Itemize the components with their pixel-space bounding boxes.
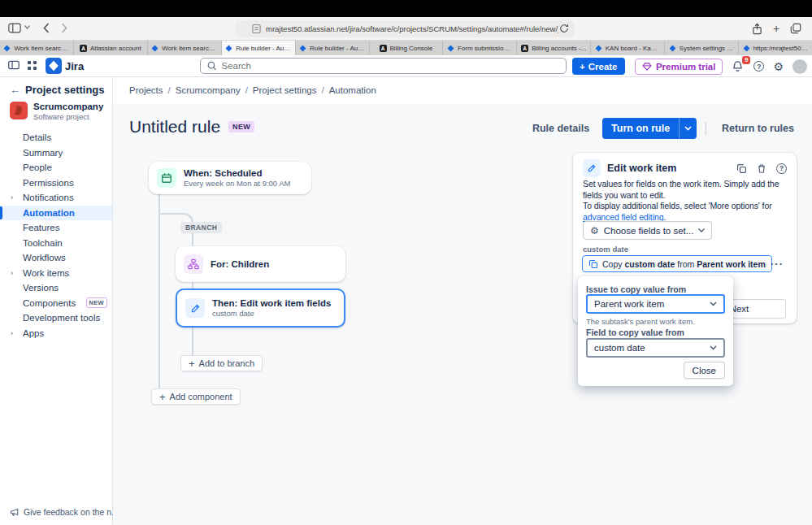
branch-label: BRANCH (180, 222, 222, 233)
browser-tab[interactable]: Rule builder - Aut... (296, 41, 370, 55)
browser-tab[interactable]: https:/mrajtest50.... (739, 41, 812, 55)
sidebar-item-toolchain[interactable]: Toolchain (0, 236, 112, 251)
delete-trash-icon[interactable] (757, 163, 766, 174)
breadcrumb-projects[interactable]: Projects (129, 85, 163, 95)
address-bar[interactable]: mrajtest50.atlassian.net/jira/software/c… (236, 20, 575, 37)
jira-tab-icon (447, 45, 454, 52)
add-component-button[interactable]: +Add component (151, 388, 241, 405)
macos-menu-bar (0, 0, 812, 17)
browser-toolbar: mrajtest50.atlassian.net/jira/software/c… (0, 17, 812, 41)
browser-sidebar-icon[interactable] (8, 23, 21, 33)
browser-tab[interactable]: AAtlassian account (74, 41, 148, 55)
chevron-right-icon: › (11, 269, 13, 277)
project-header: Scrumcompany Software project (10, 102, 103, 121)
new-tab-icon[interactable]: + (773, 22, 779, 35)
jira-tab-icon (669, 45, 676, 52)
sidebar-item-details[interactable]: Details (0, 130, 112, 145)
browser-tab[interactable]: ABilling accounts -... (517, 41, 591, 55)
project-avatar (10, 102, 28, 119)
choose-fields-dropdown[interactable]: ⚙ Choose fields to set... (583, 221, 712, 240)
jira-logo[interactable] (46, 58, 62, 74)
sidebar-item-people[interactable]: People (0, 160, 112, 176)
return-to-rules-button[interactable]: Return to rules (715, 119, 801, 137)
share-icon[interactable] (752, 23, 762, 35)
sidebar-item-workflows[interactable]: Workflows (0, 250, 112, 266)
back-button[interactable] (43, 23, 50, 33)
sidebar-item-development-tools[interactable]: Development tools (0, 310, 112, 326)
new-badge: NEW (86, 297, 107, 308)
sidebar-item-features[interactable]: Features (0, 220, 112, 236)
notifications-bell-icon[interactable]: 9 (732, 60, 745, 73)
trigger-card[interactable]: When: Scheduled Every week on Mon at 9:0… (149, 162, 311, 194)
tab-overview-icon[interactable] (790, 23, 801, 34)
url-text: mrajtest50.atlassian.net/jira/software/c… (266, 24, 558, 33)
more-options-icon[interactable]: ··· (771, 255, 784, 272)
issue-to-copy-select[interactable]: Parent work item (586, 294, 725, 314)
forward-button[interactable] (61, 23, 67, 33)
plus-icon: + (159, 392, 166, 402)
sidebar-item-automation[interactable]: Automation (0, 206, 112, 221)
global-search[interactable] (200, 58, 567, 74)
settings-gear-icon[interactable]: ⚙ (773, 61, 784, 72)
panel-title: Edit work item (607, 163, 676, 174)
premium-trial-button[interactable]: Premium trial (635, 59, 723, 75)
back-arrow-icon[interactable]: ← (10, 84, 20, 96)
sidebar-item-work-items[interactable]: ›Work items (0, 266, 112, 281)
app-name: Jira (65, 60, 84, 72)
copy-icon (588, 259, 598, 269)
calendar-icon (157, 168, 176, 188)
breadcrumb-project[interactable]: Scrumcompany (176, 85, 241, 95)
breadcrumb-settings[interactable]: Project settings (253, 85, 317, 95)
sidebar-item-summary[interactable]: Summary (0, 145, 112, 161)
field-to-copy-select[interactable]: custom date (586, 338, 725, 358)
screen: mrajtest50.atlassian.net/jira/software/c… (0, 0, 812, 525)
collapse-sidebar-icon[interactable] (8, 60, 20, 70)
rule-title[interactable]: Untitled rule (129, 117, 220, 137)
diamond-icon (642, 62, 652, 72)
browser-tab-bar: Work item search... AAtlassian account W… (0, 41, 812, 55)
action-card[interactable]: Then: Edit work item fields custom date (176, 289, 345, 328)
advanced-field-editing-link[interactable]: advanced field editing (583, 212, 663, 222)
atlassian-tab-icon: A (80, 45, 87, 52)
search-input[interactable] (222, 61, 559, 71)
sidebar-item-versions[interactable]: Versions (0, 280, 112, 296)
sidebar-item-apps[interactable]: ›Apps (0, 326, 112, 341)
turn-on-rule-button[interactable]: Turn on rule (602, 118, 697, 139)
jira-tab-icon (225, 45, 232, 52)
sidebar-title: Project settings (25, 84, 105, 96)
atlassian-tab-icon: A (521, 45, 528, 52)
field-to-copy-label: Field to copy value from (586, 328, 684, 337)
give-feedback-button[interactable]: Give feedback on the n... (10, 507, 119, 517)
help-icon[interactable]: ? (776, 163, 787, 174)
plus-icon: + (189, 358, 195, 369)
close-button[interactable]: Close (684, 362, 725, 379)
copy-value-chip[interactable]: Copy custom date from Parent work item (582, 255, 772, 272)
sidebar-item-notifications[interactable]: ›Notifications (0, 190, 112, 206)
chevron-down-icon[interactable] (24, 25, 30, 29)
browser-tab[interactable]: KAN board - Kanb... (591, 41, 665, 55)
turn-on-rule-dropdown[interactable] (679, 118, 697, 139)
browser-tab[interactable]: Form submission -... (443, 41, 517, 55)
duplicate-icon[interactable] (736, 163, 747, 174)
reload-icon[interactable] (559, 24, 569, 33)
create-button[interactable]: +Create (572, 58, 625, 75)
rule-details-button[interactable]: Rule details (526, 119, 596, 137)
sidebar-item-permissions[interactable]: Permissions (0, 176, 112, 191)
edit-pencil-icon (583, 159, 601, 177)
jira-tab-icon (299, 45, 306, 52)
branch-card[interactable]: For: Children (176, 246, 345, 282)
add-to-branch-button[interactable]: +Add to branch (180, 355, 263, 371)
browser-tab[interactable]: System settings -... (665, 41, 739, 55)
breadcrumb-automation[interactable]: Automation (329, 85, 376, 95)
app-switcher-icon[interactable] (27, 60, 37, 71)
browser-tab[interactable]: ABilling Console (370, 41, 444, 55)
browser-tab-active[interactable]: Rule builder - Aut... (222, 41, 296, 55)
browser-tab[interactable]: Work item search... (148, 41, 222, 55)
browser-tab[interactable]: Work item search... (0, 41, 74, 55)
chevron-down-icon (710, 302, 717, 306)
user-avatar[interactable] (792, 59, 807, 74)
help-icon[interactable]: ? (753, 61, 764, 72)
jira-tab-icon (151, 45, 158, 52)
sidebar-item-components[interactable]: ComponentsNEW (0, 296, 112, 311)
settings-gear-icon: ⚙ (590, 226, 599, 236)
